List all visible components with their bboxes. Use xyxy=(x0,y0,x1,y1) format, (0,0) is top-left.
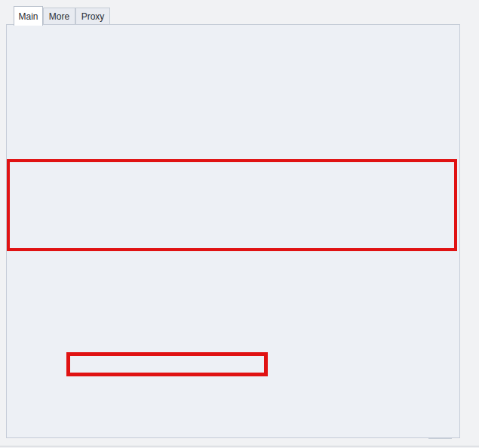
tab-main-label: Main xyxy=(18,11,38,22)
main-tab-panel xyxy=(6,24,460,438)
tab-main[interactable]: Main xyxy=(14,6,43,26)
tab-proxy[interactable]: Proxy xyxy=(75,8,110,24)
tab-proxy-label: Proxy xyxy=(81,11,105,22)
bottom-divider xyxy=(0,446,479,446)
tab-more[interactable]: More xyxy=(43,8,75,24)
tab-more-label: More xyxy=(49,11,69,22)
